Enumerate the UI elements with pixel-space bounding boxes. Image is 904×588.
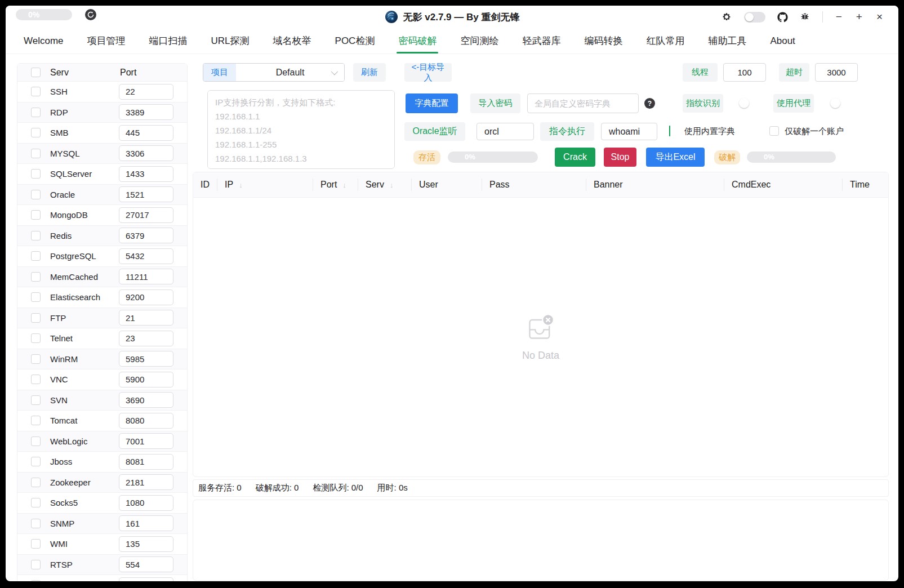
github-icon[interactable] <box>777 12 788 23</box>
service-checkbox-SMB[interactable] <box>31 128 41 137</box>
tab-端口扫描[interactable]: 端口扫描 <box>137 28 199 54</box>
service-checkbox-WMI[interactable] <box>31 539 41 549</box>
refresh-icon[interactable] <box>85 9 96 20</box>
service-port-input-FTP[interactable] <box>119 310 173 326</box>
export-excel-button[interactable]: 导出Excel <box>646 148 705 167</box>
service-port-input-Jboss[interactable] <box>119 454 173 470</box>
service-port-input-MongoDB[interactable] <box>119 207 173 223</box>
close-button[interactable]: × <box>875 6 884 28</box>
service-port-input-WMI[interactable] <box>119 536 173 552</box>
column-header-Port[interactable]: Port↓ <box>313 172 358 197</box>
service-checkbox-MYSQL[interactable] <box>31 149 41 158</box>
service-port-input-RDP[interactable] <box>119 104 173 120</box>
service-port-input-Telnet[interactable] <box>119 331 173 346</box>
service-checkbox-Elasticsearch[interactable] <box>31 292 41 302</box>
dict-config-button[interactable]: 字典配置 <box>406 93 458 113</box>
column-header-IP[interactable]: IP↓ <box>217 172 313 197</box>
tab-辅助工具[interactable]: 辅助工具 <box>696 28 758 54</box>
target-ip-textarea[interactable] <box>207 90 395 169</box>
service-checkbox-Jboss[interactable] <box>31 457 41 466</box>
tab-密码破解[interactable]: 密码破解 <box>386 28 448 54</box>
service-port-input-SVN[interactable] <box>119 392 173 408</box>
service-checkbox-Oracle[interactable] <box>31 190 41 199</box>
log-panel[interactable] <box>193 500 889 581</box>
service-port-input-WebLogic[interactable] <box>119 433 173 449</box>
service-port-input-Tomcat[interactable] <box>119 413 173 429</box>
column-header-Serv[interactable]: Serv↓ <box>358 172 412 197</box>
tab-Welcome[interactable]: Welcome <box>12 28 75 54</box>
service-checkbox-FTP[interactable] <box>31 313 41 323</box>
service-port-input-Redis[interactable] <box>119 228 173 243</box>
sort-icon[interactable]: ↓ <box>342 181 346 189</box>
tab-空间测绘[interactable]: 空间测绘 <box>448 28 510 54</box>
global-dict-input[interactable] <box>527 93 639 113</box>
settings-gear-icon[interactable] <box>722 12 732 23</box>
target-import-button[interactable]: <-目标导入 <box>404 63 452 82</box>
service-port-input-RTSP[interactable] <box>119 556 173 572</box>
service-checkbox-MongoDB[interactable] <box>31 210 41 220</box>
service-port-input-Socks5[interactable] <box>119 495 173 511</box>
service-checkbox-Zookeeper[interactable] <box>31 478 41 487</box>
help-icon[interactable]: ? <box>644 98 655 109</box>
tab-轻武器库[interactable]: 轻武器库 <box>510 28 572 54</box>
builtin-dict-checkbox[interactable] <box>669 126 670 136</box>
service-checkbox-MemCached[interactable] <box>31 272 41 282</box>
service-checkbox-SVN[interactable] <box>31 395 41 405</box>
service-checkbox-VNC[interactable] <box>31 375 41 384</box>
sort-icon[interactable]: ↓ <box>390 181 394 189</box>
service-checkbox-RTSP[interactable] <box>31 560 41 569</box>
service-checkbox-WinRM[interactable] <box>31 354 41 364</box>
service-checkbox-MQTT[interactable] <box>31 580 41 581</box>
oracle-listen-button[interactable]: Oracle监听 <box>404 122 465 141</box>
timeout-input[interactable] <box>815 63 858 82</box>
service-checkbox-Redis[interactable] <box>31 231 41 240</box>
refresh-project-button[interactable]: 刷新 <box>353 63 386 82</box>
service-port-input-MemCached[interactable] <box>119 269 173 284</box>
service-checkbox-SNMP[interactable] <box>31 519 41 528</box>
tab-编码转换[interactable]: 编码转换 <box>572 28 634 54</box>
service-checkbox-Tomcat[interactable] <box>31 416 41 425</box>
stop-button[interactable]: Stop <box>604 148 636 167</box>
tab-域名枚举[interactable]: 域名枚举 <box>261 28 323 54</box>
threads-input[interactable] <box>723 63 766 82</box>
service-row-SQLServer: SQLServer <box>17 163 187 184</box>
tab-红队常用[interactable]: 红队常用 <box>634 28 696 54</box>
service-checkbox-PostgreSQL[interactable] <box>31 251 41 261</box>
bug-report-icon[interactable] <box>800 12 811 23</box>
tab-POC检测[interactable]: POC检测 <box>323 28 387 54</box>
service-checkbox-SQLServer[interactable] <box>31 169 41 179</box>
service-checkbox-WebLogic[interactable] <box>31 436 41 446</box>
column-header-CmdExec: CmdExec <box>724 172 843 197</box>
service-port-input-MQTT[interactable] <box>119 577 173 581</box>
service-port-input-SMB[interactable] <box>119 125 173 141</box>
tab-URL探测[interactable]: URL探测 <box>199 28 261 54</box>
service-port-input-VNC[interactable] <box>119 372 173 387</box>
service-port-input-PostgreSQL[interactable] <box>119 248 173 264</box>
service-port-input-SQLServer[interactable] <box>119 166 173 182</box>
import-password-button[interactable]: 导入密码 <box>470 93 520 113</box>
maximize-button[interactable]: + <box>855 6 863 28</box>
theme-toggle[interactable] <box>744 12 765 23</box>
service-port-input-Oracle[interactable] <box>119 186 173 202</box>
tab-项目管理[interactable]: 项目管理 <box>75 28 137 54</box>
sort-icon[interactable]: ↓ <box>239 181 243 189</box>
service-port-input-Zookeeper[interactable] <box>119 474 173 490</box>
minimize-button[interactable]: − <box>835 6 843 28</box>
service-checkbox-Socks5[interactable] <box>31 498 41 507</box>
tab-About[interactable]: About <box>758 28 807 54</box>
service-port-input-Elasticsearch[interactable] <box>119 289 173 305</box>
oracle-sid-input[interactable] <box>477 123 534 140</box>
crack-button[interactable]: Crack <box>555 148 595 167</box>
service-port-input-SSH[interactable] <box>119 84 173 100</box>
service-checkbox-Telnet[interactable] <box>31 333 41 343</box>
service-port-input-SNMP[interactable] <box>119 515 173 531</box>
service-port-input-WinRM[interactable] <box>119 351 173 367</box>
service-checkbox-RDP[interactable] <box>31 108 41 117</box>
single-account-checkbox[interactable] <box>769 126 779 136</box>
service-port-input-MYSQL[interactable] <box>119 145 173 161</box>
cmd-input[interactable] <box>601 123 657 140</box>
select-all-checkbox[interactable] <box>31 68 41 77</box>
project-select[interactable]: Default <box>236 64 344 81</box>
service-checkbox-SSH[interactable] <box>31 87 41 96</box>
cmd-exec-button[interactable]: 指令执行 <box>540 122 594 141</box>
